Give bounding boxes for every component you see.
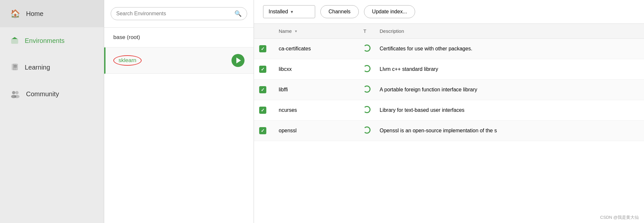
row-checkbox-ncurses[interactable]: ✓ <box>259 107 279 114</box>
right-panel: Installed ▾ Channels Update index... Nam… <box>254 0 644 223</box>
search-button[interactable]: 🔍 <box>234 10 242 17</box>
packages-toolbar: Installed ▾ Channels Update index... <box>254 0 644 24</box>
env-name-base: base (root) <box>113 34 140 41</box>
checked-icon: ✓ <box>259 86 266 93</box>
environments-icon <box>10 36 19 45</box>
row-checkbox-libcxx[interactable]: ✓ <box>259 66 279 73</box>
checked-icon: ✓ <box>259 45 266 52</box>
sidebar-label-learning: Learning <box>25 64 50 71</box>
type-circle-icon <box>363 106 371 113</box>
watermark: CSDN @我是黄大仙 <box>600 215 639 220</box>
row-checkbox-ca-certificates[interactable]: ✓ <box>259 45 279 52</box>
col-header-type: T <box>363 28 380 34</box>
package-name-ncurses: ncurses <box>279 107 363 113</box>
table-header: Name ▾ T Description <box>254 24 644 39</box>
table-row: ✓ ca-certificates Certificates for use w… <box>254 39 644 59</box>
sidebar-item-home[interactable]: 🏠 Home <box>0 0 104 27</box>
search-container: 🔍 <box>104 0 254 28</box>
col-header-name[interactable]: Name ▾ <box>279 28 363 34</box>
svg-marker-1 <box>12 37 18 39</box>
checked-icon: ✓ <box>259 66 266 73</box>
community-icon <box>10 90 20 98</box>
table-row: ✓ libffi A portable foreign function int… <box>254 80 644 100</box>
packages-table: Name ▾ T Description ✓ ca-certificates C… <box>254 24 644 223</box>
package-type-libffi <box>363 85 380 94</box>
package-desc-libffi: A portable foreign function interface li… <box>380 87 639 93</box>
learning-icon <box>10 63 19 72</box>
table-row: ✓ openssl Openssl is an open-source impl… <box>254 121 644 141</box>
svg-point-7 <box>15 91 19 94</box>
table-row: ✓ ncurses Library for text-based user in… <box>254 100 644 121</box>
package-name-openssl: openssl <box>279 128 363 134</box>
type-circle-icon <box>363 45 371 52</box>
filter-dropdown[interactable]: Installed ▾ <box>263 5 315 18</box>
middle-panel: 🔍 base (root) sklearn <box>104 0 254 223</box>
svg-rect-0 <box>11 39 18 44</box>
svg-point-9 <box>14 95 20 98</box>
env-name-sklearn: sklearn <box>113 55 142 66</box>
sidebar-label-community: Community <box>26 90 59 98</box>
sidebar-label-environments: Environments <box>25 37 64 45</box>
package-name-ca-certificates: ca-certificates <box>279 46 363 52</box>
sidebar-label-home: Home <box>26 10 43 18</box>
col-header-check <box>259 28 279 34</box>
env-item-base[interactable]: base (root) <box>104 28 254 47</box>
type-circle-icon <box>363 126 371 134</box>
sidebar-item-learning[interactable]: Learning <box>0 54 104 81</box>
col-header-description: Description <box>380 28 639 34</box>
chevron-down-icon: ▾ <box>291 9 293 14</box>
package-type-ncurses <box>363 106 380 114</box>
row-checkbox-openssl[interactable]: ✓ <box>259 127 279 134</box>
table-row: ✓ libcxx Llvm c++ standard library <box>254 59 644 80</box>
channels-button[interactable]: Channels <box>320 5 359 18</box>
package-type-openssl <box>363 126 380 135</box>
package-desc-libcxx: Llvm c++ standard library <box>380 66 639 72</box>
update-index-button[interactable]: Update index... <box>364 5 415 18</box>
type-circle-icon <box>363 65 371 72</box>
checked-icon: ✓ <box>259 107 266 114</box>
package-desc-ncurses: Library for text-based user interfaces <box>380 107 639 113</box>
package-type-ca-certificates <box>363 45 380 53</box>
search-input[interactable] <box>116 11 234 17</box>
svg-point-6 <box>12 91 15 94</box>
sidebar-item-environments[interactable]: Environments <box>0 27 104 54</box>
run-environment-button[interactable] <box>231 54 245 67</box>
package-type-libcxx <box>363 65 380 73</box>
row-checkbox-libffi[interactable]: ✓ <box>259 86 279 93</box>
package-name-libcxx: libcxx <box>279 66 363 72</box>
sidebar: 🏠 Home Environments Learning <box>0 0 104 223</box>
filter-label: Installed <box>269 9 288 15</box>
sidebar-item-community[interactable]: Community <box>0 81 104 107</box>
env-item-sklearn[interactable]: sklearn <box>104 47 254 74</box>
package-desc-ca-certificates: Certificates for use with other packages… <box>380 46 639 52</box>
sort-arrow-icon: ▾ <box>295 29 297 33</box>
package-desc-openssl: Openssl is an open-source implementation… <box>380 128 639 134</box>
environment-list: base (root) sklearn <box>104 28 254 223</box>
package-name-libffi: libffi <box>279 87 363 93</box>
home-icon: 🏠 <box>10 9 20 18</box>
checked-icon: ✓ <box>259 127 266 134</box>
type-circle-icon <box>363 85 371 93</box>
search-bar: 🔍 <box>111 7 247 20</box>
